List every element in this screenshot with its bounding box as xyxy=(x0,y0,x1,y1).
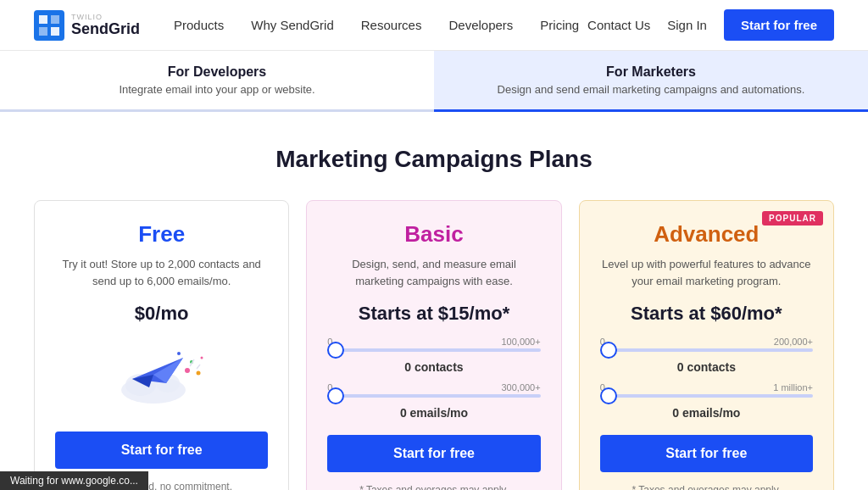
sendgrid-logo-icon xyxy=(34,10,64,41)
svg-rect-3 xyxy=(39,27,47,36)
tab-marketers-label: For Marketers xyxy=(451,64,851,80)
svg-point-14 xyxy=(177,352,181,355)
tab-marketers[interactable]: For Marketers Design and send email mark… xyxy=(434,51,868,112)
advanced-contacts-track xyxy=(600,348,813,352)
svg-line-17 xyxy=(197,365,200,369)
advanced-plan-cta-button[interactable]: Start for free xyxy=(600,435,813,472)
tab-developers-desc: Integrate email into your app or website… xyxy=(17,83,417,96)
nav-pricing[interactable]: Pricing xyxy=(540,14,579,36)
status-bar: Waiting for www.google.co... xyxy=(0,471,148,490)
paper-plane-svg xyxy=(107,341,217,409)
free-plan-cta-button[interactable]: Start for free xyxy=(55,432,268,469)
basic-emails-slider-labels: 0 300,000+ xyxy=(327,382,540,393)
logo[interactable]: TWILIO SendGrid xyxy=(34,10,140,41)
logo-text: TWILIO SendGrid xyxy=(71,14,140,36)
tab-developers[interactable]: For Developers Integrate email into your… xyxy=(0,51,434,109)
advanced-emails-thumb[interactable] xyxy=(600,387,617,404)
advanced-contacts-max: 200,000+ xyxy=(774,337,813,347)
plan-illustration-free xyxy=(55,337,268,413)
nav-developers[interactable]: Developers xyxy=(448,14,513,36)
plan-desc-advanced: Level up with powerful features to advan… xyxy=(600,256,813,289)
advanced-contacts-value: 0 contacts xyxy=(600,360,813,374)
tab-marketers-desc: Design and send email marketing campaign… xyxy=(451,83,851,96)
nav-products[interactable]: Products xyxy=(174,14,224,36)
basic-plan-cta-button[interactable]: Start for free xyxy=(327,435,540,472)
advanced-emails-track xyxy=(600,394,813,398)
basic-emails-max: 300,000+ xyxy=(501,382,540,393)
logo-sendgrid: SendGrid xyxy=(71,21,140,36)
contact-us-link[interactable]: Contact Us xyxy=(587,18,650,32)
basic-contacts-max: 100,000+ xyxy=(501,337,540,347)
advanced-contacts-slider-labels: 0 200,000+ xyxy=(600,337,813,347)
sign-in-link[interactable]: Sign In xyxy=(667,18,707,32)
svg-rect-1 xyxy=(39,15,47,24)
basic-plan-footnote: * Taxes and overages may apply. xyxy=(327,484,540,490)
plan-desc-basic: Design, send, and measure email marketin… xyxy=(327,256,540,289)
plan-name-free: Free xyxy=(55,221,268,248)
basic-contacts-slider-labels: 0 100,000+ xyxy=(327,337,540,347)
advanced-contacts-slider-section: 0 200,000+ 0 contacts xyxy=(600,337,813,374)
main-nav: Products Why SendGrid Resources Develope… xyxy=(174,14,587,36)
advanced-emails-slider-labels: 0 1 million+ xyxy=(600,382,813,393)
advanced-plan-footnote: * Taxes and overages may apply. xyxy=(600,484,813,490)
plan-price-basic: Starts at $15/mo* xyxy=(327,303,540,325)
advanced-emails-value: 0 emails/mo xyxy=(600,406,813,420)
svg-rect-4 xyxy=(51,27,59,36)
status-bar-text: Waiting for www.google.co... xyxy=(10,475,138,487)
advanced-contacts-thumb[interactable] xyxy=(600,342,617,359)
svg-point-11 xyxy=(185,368,190,373)
submenu: For Developers Integrate email into your… xyxy=(0,51,868,112)
basic-contacts-slider-section: 0 100,000+ 0 contacts xyxy=(327,337,540,374)
basic-emails-value: 0 emails/mo xyxy=(327,406,540,420)
nav-right: Contact Us Sign In Start for free xyxy=(587,9,834,41)
plan-price-advanced: Starts at $60/mo* xyxy=(600,303,813,325)
svg-point-15 xyxy=(200,357,203,359)
basic-contacts-thumb[interactable] xyxy=(327,342,344,359)
nav-why-sendgrid[interactable]: Why SendGrid xyxy=(251,14,334,36)
plan-card-free: Free Try it out! Store up to 2,000 conta… xyxy=(34,200,289,490)
advanced-emails-slider-section: 0 1 million+ 0 emails/mo xyxy=(600,382,813,420)
plan-name-basic: Basic xyxy=(327,221,540,248)
basic-contacts-track xyxy=(327,348,540,352)
plans-grid: Free Try it out! Store up to 2,000 conta… xyxy=(34,200,834,490)
page-title: Marketing Campaigns Plans xyxy=(34,146,834,173)
main-header: TWILIO SendGrid Products Why SendGrid Re… xyxy=(0,0,868,51)
main-content: Marketing Campaigns Plans Free Try it ou… xyxy=(0,112,868,490)
basic-contacts-value: 0 contacts xyxy=(327,360,540,374)
plan-card-basic: Basic Design, send, and measure email ma… xyxy=(306,200,561,490)
basic-emails-slider-section: 0 300,000+ 0 emails/mo xyxy=(327,382,540,420)
nav-resources[interactable]: Resources xyxy=(361,14,422,36)
basic-emails-thumb[interactable] xyxy=(327,387,344,404)
plan-card-advanced: POPULAR Advanced Level up with powerful … xyxy=(579,200,834,490)
svg-rect-2 xyxy=(51,15,59,24)
svg-rect-0 xyxy=(34,10,64,41)
basic-emails-track xyxy=(327,394,540,398)
advanced-emails-max: 1 million+ xyxy=(773,382,813,393)
tab-developers-label: For Developers xyxy=(17,64,417,80)
popular-badge: POPULAR xyxy=(762,211,823,226)
plan-price-free: $0/mo xyxy=(55,303,268,325)
header-start-free-button[interactable]: Start for free xyxy=(724,9,834,41)
svg-point-13 xyxy=(196,371,200,376)
plan-desc-free: Try it out! Store up to 2,000 contacts a… xyxy=(55,256,268,289)
